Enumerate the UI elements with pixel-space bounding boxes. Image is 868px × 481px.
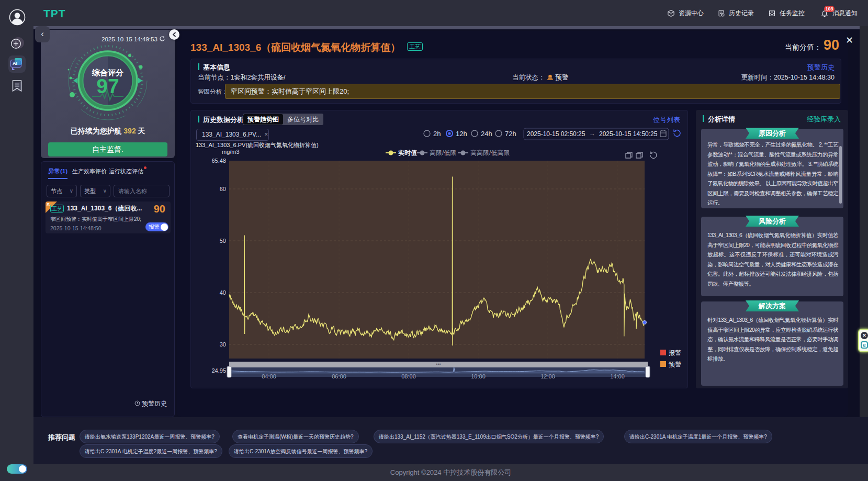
svg-text:报警: 报警 [668, 349, 681, 356]
svg-text:预警: 预警 [669, 361, 681, 368]
svg-text:2025-10-15 02:50:25: 2025-10-15 02:50:25 [527, 130, 585, 138]
svg-text:30: 30 [220, 341, 226, 348]
svg-text:2h: 2h [433, 130, 441, 138]
svg-text:→: → [589, 130, 595, 137]
svg-text:72h: 72h [505, 130, 516, 138]
svg-text:mg/m3: mg/m3 [222, 149, 240, 155]
svg-text:实时值: 实时值 [398, 149, 417, 156]
svg-text:高高限/低高限: 高高限/低高限 [470, 149, 510, 156]
svg-text:133_AI_1303_6.PV(硫回收烟气氮氧化物折算值): 133_AI_1303_6.PV(硫回收烟气氮氧化物折算值) [196, 142, 319, 148]
svg-text:12h: 12h [456, 130, 467, 138]
svg-text:24h: 24h [481, 130, 492, 138]
svg-text:60: 60 [220, 186, 226, 192]
svg-text:50: 50 [220, 238, 226, 244]
svg-text:65.48: 65.48 [211, 158, 226, 164]
svg-text:40: 40 [220, 289, 226, 296]
svg-text:24.95: 24.95 [211, 367, 226, 374]
svg-text:2025-10-15 14:50:25: 2025-10-15 14:50:25 [599, 130, 658, 138]
svg-text:•••: ••• [436, 362, 441, 367]
svg-text:高限/低限: 高限/低限 [430, 149, 456, 156]
